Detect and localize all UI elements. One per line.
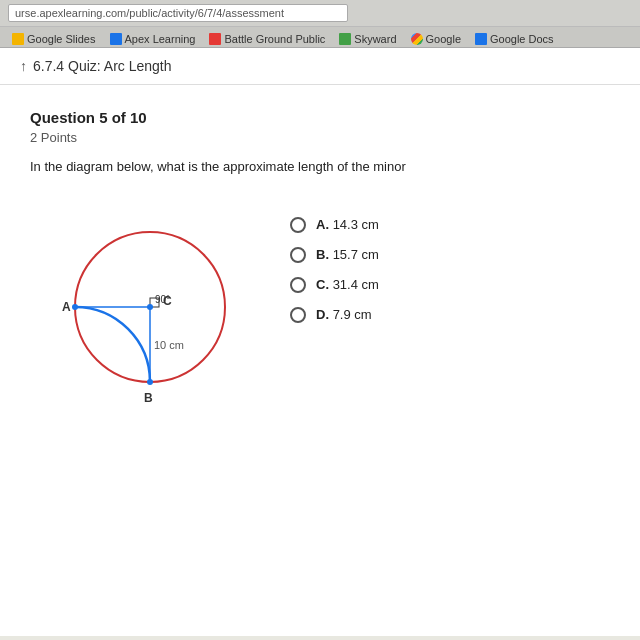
skyward-icon — [339, 33, 351, 45]
tab-label-battle: Battle Ground Public — [224, 33, 325, 45]
quiz-title-bar: ↑ 6.7.4 Quiz: Arc Length — [0, 48, 640, 85]
radio-b[interactable] — [290, 247, 306, 263]
docs-icon — [475, 33, 487, 45]
answer-option-c[interactable]: C. 31.4 cm — [290, 277, 379, 293]
diagram-svg: A B C 90° 10 cm — [40, 207, 260, 407]
answer-label-b: B. 15.7 cm — [316, 247, 379, 262]
tab-google[interactable]: Google — [405, 31, 467, 47]
google-slides-icon — [12, 33, 24, 45]
tab-google-slides[interactable]: Google Slides — [6, 31, 102, 47]
tab-label-google: Google — [426, 33, 461, 45]
answer-option-b[interactable]: B. 15.7 cm — [290, 247, 379, 263]
url-bar[interactable]: urse.apexlearning.com/public/activity/6/… — [8, 4, 348, 22]
bookmarks-bar: Google Slides Apex Learning Battle Groun… — [0, 27, 640, 48]
page-content: ↑ 6.7.4 Quiz: Arc Length Question 5 of 1… — [0, 48, 640, 636]
question-number: Question 5 of 10 — [30, 109, 610, 126]
radio-c[interactable] — [290, 277, 306, 293]
answer-label-a: A. 14.3 cm — [316, 217, 379, 232]
battle-icon — [209, 33, 221, 45]
tab-label-docs: Google Docs — [490, 33, 554, 45]
radius-label: 10 cm — [154, 339, 184, 351]
answer-label-d: D. 7.9 cm — [316, 307, 372, 322]
tab-label-google-slides: Google Slides — [27, 33, 96, 45]
answer-option-a[interactable]: A. 14.3 cm — [290, 217, 379, 233]
quiz-area: Question 5 of 10 2 Points In the diagram… — [0, 85, 640, 441]
tab-apex-learning[interactable]: Apex Learning — [104, 31, 202, 47]
answer-label-c: C. 31.4 cm — [316, 277, 379, 292]
address-bar-container: urse.apexlearning.com/public/activity/6/… — [0, 0, 640, 27]
radio-d[interactable] — [290, 307, 306, 323]
tab-google-docs[interactable]: Google Docs — [469, 31, 560, 47]
quiz-title: 6.7.4 Quiz: Arc Length — [33, 58, 172, 74]
tab-label-apex: Apex Learning — [125, 33, 196, 45]
point-b-label: B — [144, 391, 153, 405]
svg-point-4 — [72, 304, 78, 310]
tab-skyward[interactable]: Skyward — [333, 31, 402, 47]
circle-diagram: A B C 90° 10 cm — [40, 207, 260, 407]
svg-point-6 — [147, 304, 153, 310]
point-a-label: A — [62, 300, 71, 314]
question-text: In the diagram below, what is the approx… — [30, 157, 610, 177]
back-arrow-icon[interactable]: ↑ — [20, 58, 27, 74]
question-points: 2 Points — [30, 130, 610, 145]
diagram-answers-layout: A B C 90° 10 cm — [30, 197, 610, 417]
apex-icon — [110, 33, 122, 45]
tab-battle-ground[interactable]: Battle Ground Public — [203, 31, 331, 47]
svg-point-5 — [147, 379, 153, 385]
angle-label: 90° — [155, 294, 170, 305]
google-icon — [411, 33, 423, 45]
answer-choices: A. 14.3 cm B. 15.7 cm C. 31.4 cm — [290, 207, 379, 323]
answer-option-d[interactable]: D. 7.9 cm — [290, 307, 379, 323]
radio-a[interactable] — [290, 217, 306, 233]
tab-label-skyward: Skyward — [354, 33, 396, 45]
